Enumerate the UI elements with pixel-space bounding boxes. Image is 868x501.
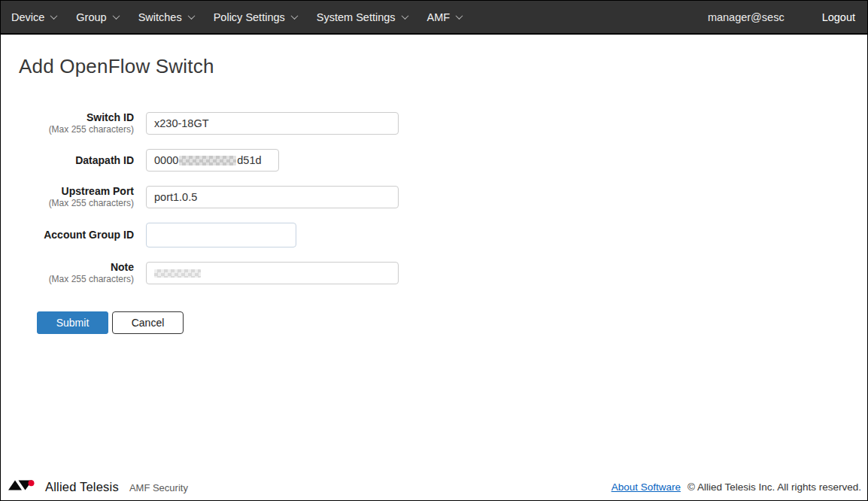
chevron-down-icon <box>50 12 58 20</box>
logout-button[interactable]: Logout <box>822 11 855 23</box>
page-title: Add OpenFlow Switch <box>19 55 867 78</box>
product-name: AMF Security <box>129 480 188 493</box>
form-row-note: Note (Max 255 characters) <box>19 261 867 285</box>
form-row-switch-id: Switch ID (Max 255 characters) <box>19 111 867 135</box>
form-row-upstream-port: Upstream Port (Max 255 characters) <box>19 185 867 209</box>
footer: Allied Telesis AMF Security About Softwa… <box>1 475 867 500</box>
upstream-port-input[interactable] <box>146 186 399 208</box>
switch-id-input[interactable] <box>146 112 399 135</box>
note-hint: (Max 255 characters) <box>19 274 134 285</box>
allied-telesis-logo-icon <box>8 478 40 496</box>
upstream-port-hint: (Max 255 characters) <box>19 198 134 209</box>
chevron-down-icon <box>290 12 298 20</box>
chevron-down-icon <box>401 12 408 20</box>
logged-in-user: manager@sesc <box>708 11 785 23</box>
submit-button[interactable]: Submit <box>37 311 108 334</box>
chevron-down-icon <box>187 12 195 20</box>
add-openflow-switch-form: Switch ID (Max 255 characters) Datapath … <box>19 111 867 334</box>
nav-item-switches[interactable]: Switches <box>129 11 204 23</box>
field-label-cell: Upstream Port (Max 255 characters) <box>19 185 134 209</box>
upstream-port-label: Upstream Port <box>19 185 134 198</box>
note-label: Note <box>19 261 134 274</box>
form-actions: Submit Cancel <box>37 311 867 334</box>
form-row-datapath-id: Datapath ID 0000 d51d <box>19 149 867 172</box>
field-label-cell: Note (Max 255 characters) <box>19 261 134 285</box>
top-navbar: Device Group Switches Policy Settings Sy… <box>1 1 867 35</box>
datapath-id-value-prefix: 0000 <box>154 154 178 166</box>
switch-id-hint: (Max 255 characters) <box>19 124 134 135</box>
datapath-id-label: Datapath ID <box>19 154 134 167</box>
nav-item-label: Group <box>76 11 106 23</box>
nav-item-device[interactable]: Device <box>11 11 66 23</box>
nav-item-policy-settings[interactable]: Policy Settings <box>204 11 307 23</box>
nav-item-label: AMF <box>427 11 451 23</box>
field-label-cell: Account Group ID <box>19 223 134 247</box>
nav-item-group[interactable]: Group <box>66 11 128 23</box>
datapath-id-input[interactable]: 0000 d51d <box>146 149 279 172</box>
copyright-text: © Allied Telesis Inc. All rights reserve… <box>687 481 861 493</box>
cancel-button[interactable]: Cancel <box>112 311 184 334</box>
account-group-id-label: Account Group ID <box>19 229 134 241</box>
brand-name: Allied Telesis <box>45 480 119 494</box>
page: Device Group Switches Policy Settings Sy… <box>0 0 868 501</box>
nav-item-label: Switches <box>138 11 182 23</box>
about-software-link[interactable]: About Software <box>612 481 681 493</box>
redaction-blur <box>179 156 236 165</box>
form-row-account-group-id: Account Group ID <box>19 223 867 247</box>
chevron-down-icon <box>112 12 120 20</box>
account-group-id-input[interactable] <box>146 223 296 247</box>
nav-item-amf[interactable]: AMF <box>417 11 472 23</box>
nav-item-label: System Settings <box>317 11 396 23</box>
redaction-blur <box>154 269 201 278</box>
nav-item-label: Device <box>11 11 44 23</box>
field-label-cell: Datapath ID <box>19 149 134 172</box>
chevron-down-icon <box>456 12 463 20</box>
note-input[interactable] <box>146 262 399 284</box>
nav-item-label: Policy Settings <box>214 11 285 23</box>
datapath-id-value-suffix: d51d <box>237 154 261 166</box>
switch-id-label: Switch ID <box>19 111 134 124</box>
field-label-cell: Switch ID (Max 255 characters) <box>19 111 134 135</box>
nav-item-system-settings[interactable]: System Settings <box>307 11 417 23</box>
